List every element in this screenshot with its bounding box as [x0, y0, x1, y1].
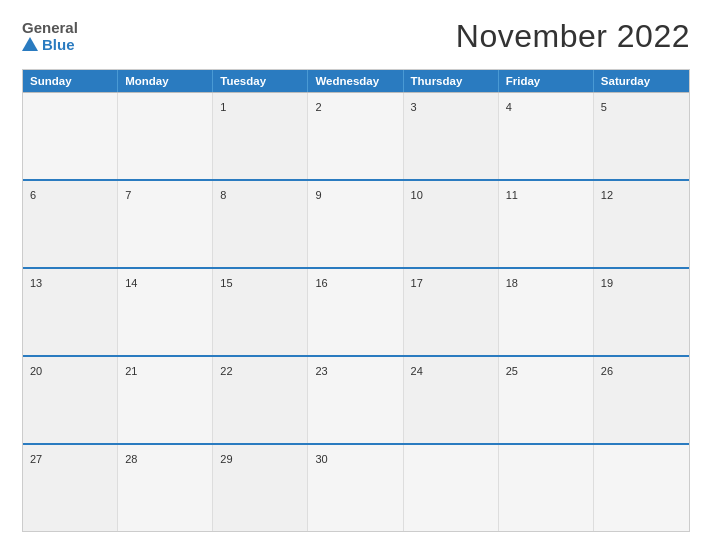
day-cell: 15: [213, 269, 308, 355]
day-cell: 3: [404, 93, 499, 179]
day-header-thursday: Thursday: [404, 70, 499, 92]
day-cell: 9: [308, 181, 403, 267]
day-header-friday: Friday: [499, 70, 594, 92]
day-cell: 6: [23, 181, 118, 267]
day-number: 14: [125, 277, 137, 289]
header: General Blue November 2022: [22, 18, 690, 55]
day-number: 16: [315, 277, 327, 289]
day-cell: 13: [23, 269, 118, 355]
day-cell: [499, 445, 594, 531]
calendar-title: November 2022: [456, 18, 690, 55]
day-number: 3: [411, 101, 417, 113]
day-cell: 1: [213, 93, 308, 179]
day-number: 12: [601, 189, 613, 201]
day-number: 24: [411, 365, 423, 377]
day-number: 1: [220, 101, 226, 113]
day-number: 5: [601, 101, 607, 113]
day-number: 22: [220, 365, 232, 377]
day-header-saturday: Saturday: [594, 70, 689, 92]
day-cell: 11: [499, 181, 594, 267]
day-number: 29: [220, 453, 232, 465]
day-cell: 5: [594, 93, 689, 179]
day-header-monday: Monday: [118, 70, 213, 92]
day-number: 11: [506, 189, 518, 201]
day-cell: 28: [118, 445, 213, 531]
week-row-5: 27282930: [23, 443, 689, 531]
day-number: 30: [315, 453, 327, 465]
week-row-1: 12345: [23, 92, 689, 179]
day-number: 13: [30, 277, 42, 289]
day-cell: 26: [594, 357, 689, 443]
day-number: 27: [30, 453, 42, 465]
week-row-2: 6789101112: [23, 179, 689, 267]
day-cell: 21: [118, 357, 213, 443]
day-cell: 12: [594, 181, 689, 267]
day-number: 10: [411, 189, 423, 201]
day-cell: 18: [499, 269, 594, 355]
day-number: 28: [125, 453, 137, 465]
day-cell: 27: [23, 445, 118, 531]
week-row-4: 20212223242526: [23, 355, 689, 443]
day-cell: 2: [308, 93, 403, 179]
day-cell: [404, 445, 499, 531]
day-cell: 8: [213, 181, 308, 267]
day-cell: 20: [23, 357, 118, 443]
day-cell: 19: [594, 269, 689, 355]
logo-blue-row: Blue: [22, 36, 75, 53]
day-cell: [23, 93, 118, 179]
day-number: 8: [220, 189, 226, 201]
day-number: 21: [125, 365, 137, 377]
day-number: 20: [30, 365, 42, 377]
calendar: SundayMondayTuesdayWednesdayThursdayFrid…: [22, 69, 690, 532]
logo-general-text: General: [22, 20, 78, 37]
logo-triangle-icon: [22, 37, 38, 51]
day-header-wednesday: Wednesday: [308, 70, 403, 92]
day-number: 18: [506, 277, 518, 289]
day-number: 26: [601, 365, 613, 377]
day-cell: [594, 445, 689, 531]
day-cell: 16: [308, 269, 403, 355]
logo-blue-text: Blue: [42, 36, 75, 53]
day-cell: 25: [499, 357, 594, 443]
weeks: 1234567891011121314151617181920212223242…: [23, 92, 689, 531]
day-cell: 4: [499, 93, 594, 179]
day-number: 17: [411, 277, 423, 289]
day-number: 6: [30, 189, 36, 201]
day-number: 7: [125, 189, 131, 201]
calendar-page: General Blue November 2022 SundayMondayT…: [0, 0, 712, 550]
day-cell: 22: [213, 357, 308, 443]
day-header-tuesday: Tuesday: [213, 70, 308, 92]
day-number: 19: [601, 277, 613, 289]
logo: General Blue: [22, 20, 78, 54]
day-number: 23: [315, 365, 327, 377]
day-cell: 23: [308, 357, 403, 443]
day-headers: SundayMondayTuesdayWednesdayThursdayFrid…: [23, 70, 689, 92]
day-cell: 24: [404, 357, 499, 443]
day-number: 9: [315, 189, 321, 201]
day-cell: 14: [118, 269, 213, 355]
day-cell: [118, 93, 213, 179]
day-cell: 10: [404, 181, 499, 267]
day-number: 4: [506, 101, 512, 113]
day-cell: 7: [118, 181, 213, 267]
week-row-3: 13141516171819: [23, 267, 689, 355]
day-cell: 29: [213, 445, 308, 531]
day-number: 25: [506, 365, 518, 377]
day-number: 15: [220, 277, 232, 289]
day-header-sunday: Sunday: [23, 70, 118, 92]
day-number: 2: [315, 101, 321, 113]
day-cell: 30: [308, 445, 403, 531]
day-cell: 17: [404, 269, 499, 355]
